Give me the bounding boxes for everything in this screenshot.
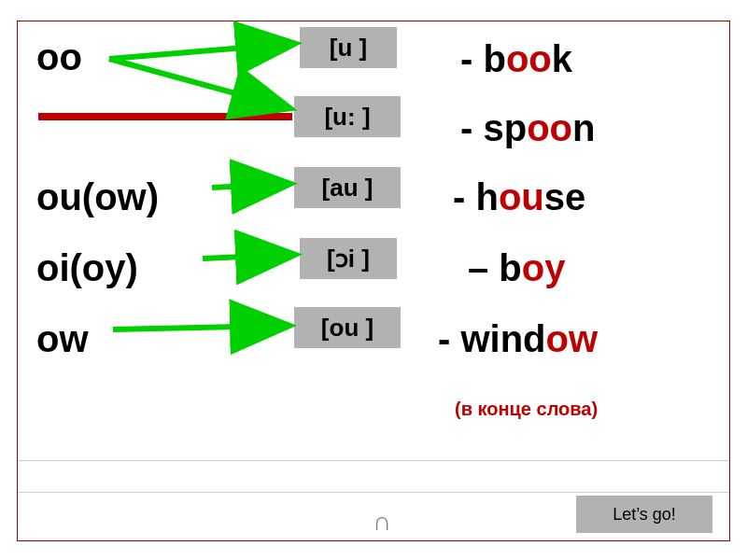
- footer-line-2: [18, 492, 729, 493]
- word-boy: – boy: [468, 249, 565, 287]
- letters-ow: ow: [36, 320, 89, 357]
- word-book-pre: - b: [460, 38, 506, 79]
- word-house-post: se: [544, 176, 586, 217]
- word-spoon-post: n: [572, 107, 595, 148]
- word-window-hl: ow: [546, 318, 599, 359]
- letters-ou-ow: ou(ow): [36, 178, 159, 216]
- word-house: - house: [453, 178, 585, 216]
- note-end-of-word: (в конце слова): [455, 399, 598, 420]
- word-spoon-pre: - sp: [460, 107, 527, 148]
- word-window-pre: - wind: [438, 318, 546, 359]
- phon-u-long: [u: ]: [294, 96, 401, 137]
- word-boy-pre: – b: [468, 247, 522, 288]
- word-house-hl: ou: [499, 176, 544, 217]
- phon-oi: [ɔi ]: [300, 238, 397, 279]
- content-frame: oo [u ] [u: ] - book - spoon ou(ow) [au …: [17, 21, 730, 541]
- arrow-ou: [212, 171, 301, 199]
- phon-ou: [ou ]: [294, 307, 401, 348]
- word-book: - book: [460, 40, 572, 77]
- word-spoon-hl: oo: [527, 107, 572, 148]
- svg-line-1: [109, 59, 287, 107]
- undo-icon[interactable]: ∩: [373, 509, 391, 535]
- arrow-ow: [113, 313, 300, 341]
- word-house-pre: - h: [453, 176, 499, 217]
- svg-line-2: [212, 184, 287, 188]
- svg-line-3: [203, 255, 291, 259]
- svg-line-4: [113, 326, 286, 329]
- word-boy-hl: oy: [522, 247, 566, 288]
- letters-oi-oy: oi(oy): [36, 249, 138, 287]
- arrow-oi: [203, 242, 305, 270]
- letters-oo: oo: [36, 38, 82, 76]
- arrow-oo-to-ulong: [109, 53, 305, 119]
- word-book-hl: oo: [506, 38, 552, 79]
- phon-au: [au ]: [294, 167, 401, 208]
- word-book-post: k: [552, 38, 572, 79]
- lets-go-button[interactable]: Let’s go!: [576, 496, 712, 533]
- word-window: - window: [438, 320, 598, 357]
- footer-line-1: [18, 460, 729, 461]
- phon-u-short: [u ]: [300, 27, 397, 68]
- word-spoon: - spoon: [460, 109, 595, 147]
